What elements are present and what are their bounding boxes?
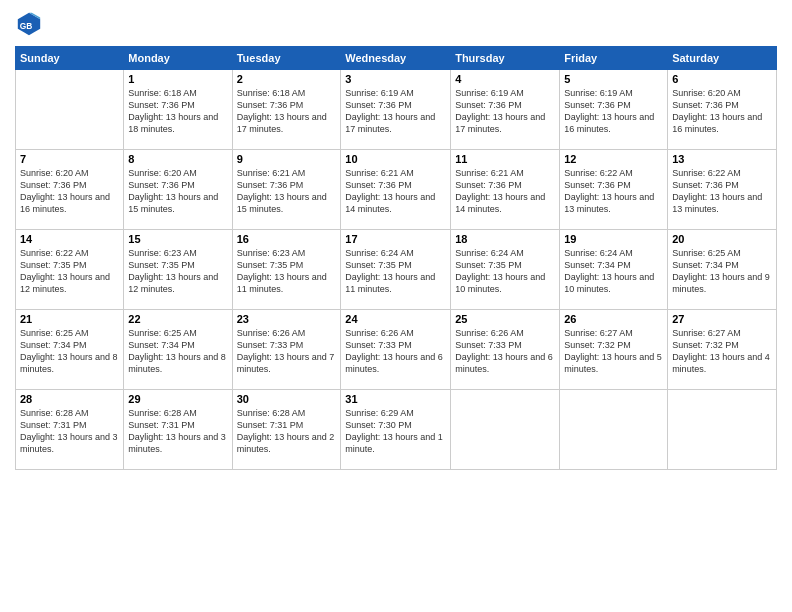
day-info: Sunrise: 6:20 AMSunset: 7:36 PMDaylight:… [128, 167, 227, 216]
header: GB [15, 10, 777, 38]
day-info: Sunrise: 6:18 AMSunset: 7:36 PMDaylight:… [237, 87, 337, 136]
day-number: 26 [564, 313, 663, 325]
calendar-cell: 28Sunrise: 6:28 AMSunset: 7:31 PMDayligh… [16, 390, 124, 470]
day-number: 6 [672, 73, 772, 85]
calendar-cell [668, 390, 777, 470]
calendar-cell: 9Sunrise: 6:21 AMSunset: 7:36 PMDaylight… [232, 150, 341, 230]
calendar-cell: 3Sunrise: 6:19 AMSunset: 7:36 PMDaylight… [341, 70, 451, 150]
day-number: 8 [128, 153, 227, 165]
day-of-week-header: Wednesday [341, 47, 451, 70]
calendar-cell: 24Sunrise: 6:26 AMSunset: 7:33 PMDayligh… [341, 310, 451, 390]
day-number: 29 [128, 393, 227, 405]
day-of-week-header: Saturday [668, 47, 777, 70]
day-info: Sunrise: 6:29 AMSunset: 7:30 PMDaylight:… [345, 407, 446, 456]
day-of-week-header: Sunday [16, 47, 124, 70]
day-info: Sunrise: 6:26 AMSunset: 7:33 PMDaylight:… [237, 327, 337, 376]
calendar-cell: 13Sunrise: 6:22 AMSunset: 7:36 PMDayligh… [668, 150, 777, 230]
calendar-cell: 26Sunrise: 6:27 AMSunset: 7:32 PMDayligh… [560, 310, 668, 390]
day-number: 21 [20, 313, 119, 325]
calendar-week-row: 21Sunrise: 6:25 AMSunset: 7:34 PMDayligh… [16, 310, 777, 390]
day-number: 28 [20, 393, 119, 405]
day-info: Sunrise: 6:27 AMSunset: 7:32 PMDaylight:… [564, 327, 663, 376]
day-of-week-header: Tuesday [232, 47, 341, 70]
day-info: Sunrise: 6:24 AMSunset: 7:35 PMDaylight:… [345, 247, 446, 296]
calendar-cell: 7Sunrise: 6:20 AMSunset: 7:36 PMDaylight… [16, 150, 124, 230]
day-number: 25 [455, 313, 555, 325]
day-info: Sunrise: 6:20 AMSunset: 7:36 PMDaylight:… [672, 87, 772, 136]
calendar-cell: 27Sunrise: 6:27 AMSunset: 7:32 PMDayligh… [668, 310, 777, 390]
calendar-cell: 11Sunrise: 6:21 AMSunset: 7:36 PMDayligh… [451, 150, 560, 230]
day-info: Sunrise: 6:21 AMSunset: 7:36 PMDaylight:… [345, 167, 446, 216]
calendar-cell: 14Sunrise: 6:22 AMSunset: 7:35 PMDayligh… [16, 230, 124, 310]
day-number: 14 [20, 233, 119, 245]
day-number: 19 [564, 233, 663, 245]
calendar-cell: 1Sunrise: 6:18 AMSunset: 7:36 PMDaylight… [124, 70, 232, 150]
logo: GB [15, 10, 47, 38]
day-info: Sunrise: 6:26 AMSunset: 7:33 PMDaylight:… [455, 327, 555, 376]
day-of-week-header: Monday [124, 47, 232, 70]
day-number: 9 [237, 153, 337, 165]
day-number: 2 [237, 73, 337, 85]
day-number: 18 [455, 233, 555, 245]
calendar-cell [451, 390, 560, 470]
day-number: 22 [128, 313, 227, 325]
day-number: 7 [20, 153, 119, 165]
day-info: Sunrise: 6:25 AMSunset: 7:34 PMDaylight:… [672, 247, 772, 296]
calendar-cell: 22Sunrise: 6:25 AMSunset: 7:34 PMDayligh… [124, 310, 232, 390]
day-number: 10 [345, 153, 446, 165]
day-info: Sunrise: 6:20 AMSunset: 7:36 PMDaylight:… [20, 167, 119, 216]
day-number: 27 [672, 313, 772, 325]
day-number: 17 [345, 233, 446, 245]
calendar-week-row: 28Sunrise: 6:28 AMSunset: 7:31 PMDayligh… [16, 390, 777, 470]
calendar-cell: 17Sunrise: 6:24 AMSunset: 7:35 PMDayligh… [341, 230, 451, 310]
calendar-cell: 18Sunrise: 6:24 AMSunset: 7:35 PMDayligh… [451, 230, 560, 310]
day-number: 12 [564, 153, 663, 165]
day-info: Sunrise: 6:22 AMSunset: 7:35 PMDaylight:… [20, 247, 119, 296]
day-number: 23 [237, 313, 337, 325]
day-of-week-header: Thursday [451, 47, 560, 70]
day-info: Sunrise: 6:21 AMSunset: 7:36 PMDaylight:… [455, 167, 555, 216]
day-info: Sunrise: 6:19 AMSunset: 7:36 PMDaylight:… [455, 87, 555, 136]
calendar-cell: 15Sunrise: 6:23 AMSunset: 7:35 PMDayligh… [124, 230, 232, 310]
day-number: 31 [345, 393, 446, 405]
calendar: SundayMondayTuesdayWednesdayThursdayFrid… [15, 46, 777, 470]
calendar-cell: 30Sunrise: 6:28 AMSunset: 7:31 PMDayligh… [232, 390, 341, 470]
calendar-header-row: SundayMondayTuesdayWednesdayThursdayFrid… [16, 47, 777, 70]
calendar-cell: 2Sunrise: 6:18 AMSunset: 7:36 PMDaylight… [232, 70, 341, 150]
day-number: 20 [672, 233, 772, 245]
day-number: 4 [455, 73, 555, 85]
day-info: Sunrise: 6:18 AMSunset: 7:36 PMDaylight:… [128, 87, 227, 136]
calendar-cell: 31Sunrise: 6:29 AMSunset: 7:30 PMDayligh… [341, 390, 451, 470]
logo-icon: GB [15, 10, 43, 38]
calendar-cell: 16Sunrise: 6:23 AMSunset: 7:35 PMDayligh… [232, 230, 341, 310]
day-info: Sunrise: 6:23 AMSunset: 7:35 PMDaylight:… [237, 247, 337, 296]
calendar-cell [16, 70, 124, 150]
calendar-cell: 29Sunrise: 6:28 AMSunset: 7:31 PMDayligh… [124, 390, 232, 470]
day-info: Sunrise: 6:21 AMSunset: 7:36 PMDaylight:… [237, 167, 337, 216]
calendar-week-row: 7Sunrise: 6:20 AMSunset: 7:36 PMDaylight… [16, 150, 777, 230]
calendar-cell: 10Sunrise: 6:21 AMSunset: 7:36 PMDayligh… [341, 150, 451, 230]
day-info: Sunrise: 6:27 AMSunset: 7:32 PMDaylight:… [672, 327, 772, 376]
calendar-cell [560, 390, 668, 470]
day-info: Sunrise: 6:24 AMSunset: 7:35 PMDaylight:… [455, 247, 555, 296]
calendar-cell: 6Sunrise: 6:20 AMSunset: 7:36 PMDaylight… [668, 70, 777, 150]
day-number: 15 [128, 233, 227, 245]
day-info: Sunrise: 6:24 AMSunset: 7:34 PMDaylight:… [564, 247, 663, 296]
day-info: Sunrise: 6:25 AMSunset: 7:34 PMDaylight:… [128, 327, 227, 376]
day-number: 11 [455, 153, 555, 165]
day-number: 30 [237, 393, 337, 405]
page: GB SundayMondayTuesdayWednesdayThursdayF… [0, 0, 792, 612]
calendar-cell: 25Sunrise: 6:26 AMSunset: 7:33 PMDayligh… [451, 310, 560, 390]
calendar-cell: 21Sunrise: 6:25 AMSunset: 7:34 PMDayligh… [16, 310, 124, 390]
day-number: 5 [564, 73, 663, 85]
day-number: 16 [237, 233, 337, 245]
day-number: 3 [345, 73, 446, 85]
day-info: Sunrise: 6:26 AMSunset: 7:33 PMDaylight:… [345, 327, 446, 376]
day-info: Sunrise: 6:23 AMSunset: 7:35 PMDaylight:… [128, 247, 227, 296]
calendar-cell: 8Sunrise: 6:20 AMSunset: 7:36 PMDaylight… [124, 150, 232, 230]
calendar-cell: 20Sunrise: 6:25 AMSunset: 7:34 PMDayligh… [668, 230, 777, 310]
day-info: Sunrise: 6:25 AMSunset: 7:34 PMDaylight:… [20, 327, 119, 376]
calendar-cell: 5Sunrise: 6:19 AMSunset: 7:36 PMDaylight… [560, 70, 668, 150]
calendar-week-row: 14Sunrise: 6:22 AMSunset: 7:35 PMDayligh… [16, 230, 777, 310]
calendar-cell: 23Sunrise: 6:26 AMSunset: 7:33 PMDayligh… [232, 310, 341, 390]
